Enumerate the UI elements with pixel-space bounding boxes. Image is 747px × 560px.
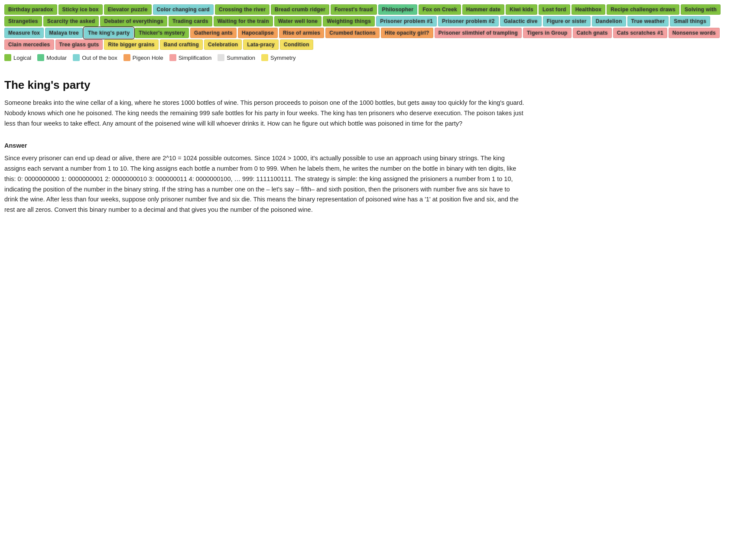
tag-item[interactable]: Malaya tree bbox=[45, 28, 83, 38]
tag-item[interactable]: Birthday paradox bbox=[4, 4, 57, 15]
tag-item[interactable]: Solving with bbox=[681, 4, 721, 15]
tag-item[interactable]: Debater of everythings bbox=[100, 16, 167, 26]
tag-item[interactable]: Crumbed factions bbox=[325, 28, 380, 38]
tag-item[interactable]: Band crafting bbox=[160, 39, 203, 50]
tag-item[interactable]: Rite bigger grains bbox=[104, 39, 158, 50]
tag-item[interactable]: Celebration bbox=[204, 39, 242, 50]
tag-item[interactable]: Prisoner slimthief of trampling bbox=[435, 28, 522, 38]
puzzle-body: Someone breaks into the wine cellar of a… bbox=[4, 98, 524, 129]
legend-label: Symmetry bbox=[270, 55, 296, 61]
legend-label: Simplification bbox=[179, 55, 212, 61]
tag-item[interactable]: Water well lone bbox=[274, 16, 322, 26]
tag-item[interactable]: Weighting things bbox=[323, 16, 375, 26]
legend-item[interactable]: Simplification bbox=[169, 54, 212, 61]
tag-item[interactable]: Cats scratches #1 bbox=[613, 28, 667, 38]
tag-item[interactable]: Rise of armies bbox=[279, 28, 324, 38]
legend-swatch bbox=[218, 54, 224, 61]
tag-item[interactable]: Strangeties bbox=[4, 16, 42, 26]
tag-item[interactable]: Hapocalipse bbox=[238, 28, 278, 38]
tag-item[interactable]: Tree glass guts bbox=[55, 39, 103, 50]
tag-item[interactable]: Gathering ants bbox=[190, 28, 237, 38]
tag-item[interactable]: Kiwi kids bbox=[506, 4, 537, 15]
tag-item[interactable]: Healthbox bbox=[572, 4, 606, 15]
tag-item[interactable]: The king's party bbox=[84, 28, 133, 38]
tag-item[interactable]: Dandelion bbox=[592, 16, 626, 26]
tag-item[interactable]: Figure or sister bbox=[543, 16, 591, 26]
tag-item[interactable]: Scarcity the asked bbox=[43, 16, 99, 26]
tag-item[interactable]: Nonsense words bbox=[669, 28, 720, 38]
legend-label: Out of the box bbox=[82, 55, 117, 61]
legend-item[interactable]: Out of the box bbox=[73, 54, 117, 61]
tag-grid: Birthday paradoxSticky ice boxElevator p… bbox=[4, 4, 743, 50]
legend-item[interactable]: Pigeon Hole bbox=[123, 54, 163, 61]
legend-swatch bbox=[4, 54, 11, 61]
tag-item[interactable]: Waiting for the train bbox=[214, 16, 273, 26]
tag-item[interactable]: Lata-pracy bbox=[243, 39, 279, 50]
legend-label: Summation bbox=[227, 55, 255, 61]
tag-item[interactable]: Elevator puzzle bbox=[104, 4, 152, 15]
tag-item[interactable]: Bread crumb ridger bbox=[271, 4, 329, 15]
tag-item[interactable]: Small things bbox=[670, 16, 710, 26]
tag-item[interactable]: Prisoner problem #2 bbox=[438, 16, 499, 26]
legend-label: Pigeon Hole bbox=[133, 55, 163, 61]
tag-item[interactable]: Forrest's fraud bbox=[331, 4, 377, 15]
legend-swatch bbox=[37, 54, 44, 61]
main-content: The king's party Someone breaks into the… bbox=[4, 74, 524, 220]
tag-item[interactable]: Fox on Creek bbox=[419, 4, 461, 15]
tag-item[interactable]: Tigers in Group bbox=[523, 28, 572, 38]
legend-item[interactable]: Summation bbox=[218, 54, 255, 61]
tag-item[interactable]: Hite opacity girl? bbox=[381, 28, 433, 38]
tag-item[interactable]: Philosopher bbox=[378, 4, 418, 15]
legend-swatch bbox=[261, 54, 268, 61]
legend-item[interactable]: Modular bbox=[37, 54, 67, 61]
legend: LogicalModularOut of the boxPigeon HoleS… bbox=[4, 54, 743, 61]
tag-item[interactable]: Measure fox bbox=[4, 28, 44, 38]
tag-item[interactable]: Thicker's mystery bbox=[135, 28, 189, 38]
legend-swatch bbox=[73, 54, 80, 61]
tag-item[interactable]: Crossing the river bbox=[215, 4, 270, 15]
legend-label: Modular bbox=[46, 55, 67, 61]
tag-item[interactable]: Galactic dive bbox=[500, 16, 542, 26]
puzzle-title: The king's party bbox=[4, 78, 524, 92]
legend-item[interactable]: Symmetry bbox=[261, 54, 296, 61]
answer-label: Answer bbox=[4, 142, 524, 149]
legend-swatch bbox=[169, 54, 176, 61]
legend-label: Logical bbox=[13, 55, 31, 61]
tag-item[interactable]: Sticky ice box bbox=[58, 4, 103, 15]
tag-item[interactable]: Hammer date bbox=[462, 4, 504, 15]
tag-item[interactable]: True weather bbox=[627, 16, 669, 26]
tag-item[interactable]: Recipe challenges draws bbox=[607, 4, 679, 15]
tag-item[interactable]: Clain mercedies bbox=[4, 39, 54, 50]
tag-item[interactable]: Color changing card bbox=[153, 4, 214, 15]
legend-swatch bbox=[123, 54, 130, 61]
answer-section: Answer Since every prisoner can end up d… bbox=[4, 142, 524, 216]
tag-item[interactable]: Catch gnats bbox=[573, 28, 612, 38]
tag-item[interactable]: Condition bbox=[280, 39, 313, 50]
tag-item[interactable]: Trading cards bbox=[169, 16, 212, 26]
tag-item[interactable]: Prisoner problem #1 bbox=[376, 16, 437, 26]
legend-item[interactable]: Logical bbox=[4, 54, 31, 61]
answer-body: Since every prisoner can end up dead or … bbox=[4, 153, 524, 216]
tag-item[interactable]: Lost ford bbox=[539, 4, 570, 15]
